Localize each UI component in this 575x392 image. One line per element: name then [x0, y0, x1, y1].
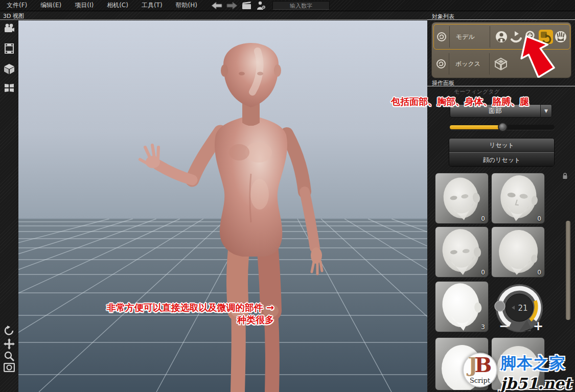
jb-logo-badge: JB Script: [463, 353, 497, 387]
tiles-icon[interactable]: [4, 83, 15, 94]
menu-tools[interactable]: 工具(T): [135, 1, 169, 10]
lock-icon: [562, 172, 568, 181]
morph-thumbnail[interactable]: 0: [435, 226, 489, 278]
reset-button[interactable]: リセット: [449, 139, 554, 153]
rotate-view-icon[interactable]: [4, 325, 15, 336]
morph-thumbnail[interactable]: 0: [491, 226, 545, 278]
morph-count: 0: [481, 269, 485, 276]
cube-icon[interactable]: [4, 63, 15, 75]
reset-button-group: リセット 顔のリセット: [449, 138, 555, 167]
face-reset-button[interactable]: 顔のリセット: [449, 153, 554, 167]
slider-thumb[interactable]: [498, 122, 508, 132]
forward-arrow-icon[interactable]: [226, 2, 238, 10]
mannequin-model[interactable]: [18, 20, 427, 392]
slider-fill: [450, 125, 502, 129]
menu-help[interactable]: 帮助(H): [169, 1, 204, 10]
object-list-rule: [427, 19, 575, 20]
filmstrip-icon[interactable]: [4, 43, 15, 54]
zoom-view-icon[interactable]: [4, 351, 15, 362]
morph-count: 0: [537, 215, 541, 222]
visibility-toggle-icon[interactable]: [433, 59, 449, 69]
back-arrow-icon[interactable]: [211, 2, 222, 10]
site-name: 脚本之家: [500, 353, 571, 374]
annotation-includes: 包括面部、胸部、身体、胳膊、腿: [391, 96, 529, 108]
logo-letter-b: B: [475, 353, 492, 377]
menu-camera[interactable]: 相机(C): [100, 1, 135, 10]
menu-project[interactable]: 项目(I): [68, 1, 100, 10]
morph-thumbnail[interactable]: 0: [491, 173, 545, 224]
3d-viewport[interactable]: 非常方便可以直接选取以及微调的部件 → 种类很多: [18, 20, 427, 392]
morph-count: 0: [481, 215, 485, 222]
menu-file[interactable]: 文件(F): [0, 1, 34, 10]
dial-minus-button[interactable]: −: [499, 319, 509, 333]
visibility-toggle-icon[interactable]: [434, 32, 449, 42]
site-url: jb51.net: [500, 375, 571, 392]
character-settings-icon[interactable]: [256, 1, 266, 10]
pan-view-icon[interactable]: [4, 338, 15, 350]
left-toolbar: [0, 20, 18, 392]
morph-count: 3: [481, 324, 485, 331]
morph-thumbnail[interactable]: 3: [435, 281, 489, 332]
morph-dial-control[interactable]: 21 − +: [491, 281, 547, 334]
view-label-rule: [0, 19, 427, 20]
movie-camera-icon[interactable]: [4, 24, 15, 35]
annotation-parts: 非常方便可以直接选取以及微调的部件 → 种类很多: [107, 302, 274, 327]
logo-script-label: Script: [464, 377, 496, 384]
operation-panel-rule: [427, 86, 575, 86]
dial-plus-button[interactable]: +: [533, 319, 543, 333]
view-label: 3D 视图: [3, 12, 24, 20]
number-input[interactable]: [272, 1, 330, 10]
screen-frame-icon[interactable]: [4, 363, 15, 374]
character-tool-icon[interactable]: [494, 30, 509, 44]
menu-edit[interactable]: 编辑(E): [34, 1, 68, 10]
object-label-box: ボックス: [453, 60, 489, 68]
chevron-down-icon[interactable]: ▼: [540, 105, 551, 117]
watermark-logo: JB Script 脚本之家 jb51.net: [463, 353, 571, 392]
morph-thumbnail[interactable]: 0: [435, 173, 489, 224]
morph-slider[interactable]: [450, 125, 555, 130]
morphing-tag-label: モーフィングタグ: [454, 88, 500, 96]
thumbnail-scrollbar[interactable]: [566, 221, 570, 320]
clapperboard-icon[interactable]: [242, 1, 252, 10]
dial-value: 21: [518, 304, 527, 313]
object-label-model: モデル: [454, 33, 490, 41]
morph-count: 0: [537, 269, 541, 276]
menu-bar: 文件(F) 编辑(E) 项目(I) 相机(C) 工具(T) 帮助(H): [0, 0, 575, 11]
red-annotation-arrow: [516, 32, 556, 80]
box-tool-icon[interactable]: [494, 57, 508, 71]
